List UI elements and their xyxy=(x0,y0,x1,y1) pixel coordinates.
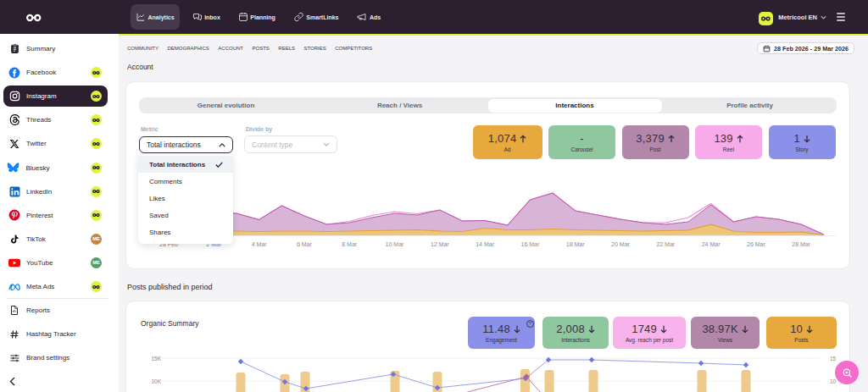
svg-text:16 Mar: 16 Mar xyxy=(521,241,540,247)
svg-text:18 Mar: 18 Mar xyxy=(566,241,585,247)
svg-text:24 Mar: 24 Mar xyxy=(702,241,721,247)
svg-text:4 Mar: 4 Mar xyxy=(252,241,268,247)
svg-text:6 Mar: 6 Mar xyxy=(297,241,313,247)
svg-text:10 Mar: 10 Mar xyxy=(386,241,404,247)
svg-text:15: 15 xyxy=(830,356,837,362)
svg-text:28 Mar: 28 Mar xyxy=(792,241,810,247)
svg-text:20 Mar: 20 Mar xyxy=(611,241,630,247)
svg-text:22 Mar: 22 Mar xyxy=(656,241,675,247)
svg-text:10K: 10K xyxy=(151,378,161,384)
svg-text:15K: 15K xyxy=(151,356,161,362)
svg-text:10: 10 xyxy=(830,378,837,384)
svg-text:14 Mar: 14 Mar xyxy=(476,241,494,247)
svg-text:12 Mar: 12 Mar xyxy=(431,241,449,247)
svg-text:26 Mar: 26 Mar xyxy=(747,241,765,247)
svg-text:8 Mar: 8 Mar xyxy=(342,241,358,247)
